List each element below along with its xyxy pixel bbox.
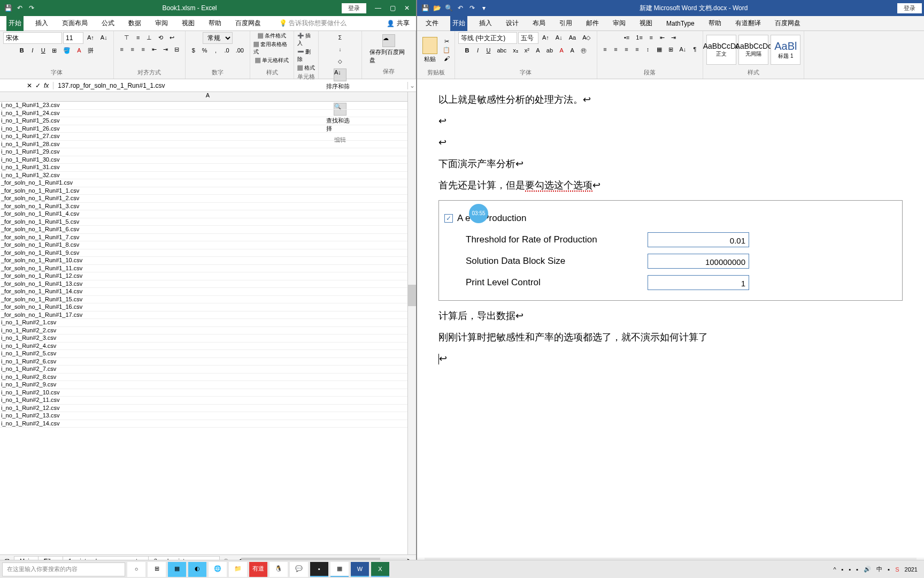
align-right-icon[interactable]: ≡ [622, 44, 632, 55]
font-color-icon[interactable]: A [74, 45, 84, 56]
baidu-save-button[interactable]: ☁保存到百度网盘 [365, 32, 412, 66]
share-button[interactable]: 👤 共享 [387, 19, 410, 28]
table-row[interactable]: i_no_1_Run#2_6.csv [0, 358, 416, 366]
fill-icon[interactable]: ↓ [335, 44, 345, 55]
tab-review[interactable]: 审阅 [611, 16, 628, 31]
redo-icon[interactable]: ↷ [468, 4, 476, 12]
expand-formula-icon[interactable]: ⌄ [407, 82, 416, 89]
tray-icon[interactable]: ▪ [849, 566, 851, 573]
tab-layout[interactable]: 页面布局 [60, 16, 90, 31]
task-view-icon[interactable]: ⊞ [148, 562, 166, 577]
tab-insert[interactable]: 插入 [477, 16, 494, 31]
table-row[interactable]: _for_soln_no_1_Run#1_6.csv [0, 226, 416, 234]
table-row[interactable]: _for_soln_no_1_Run#1_16.csv [0, 303, 416, 311]
grow-font-icon[interactable]: A↑ [540, 32, 552, 43]
table-row[interactable]: _for_soln_no_1_Run#1_13.csv [0, 280, 416, 288]
copy-icon[interactable]: 📋 [442, 46, 451, 54]
sort-icon[interactable]: A↓ [677, 44, 689, 55]
table-row[interactable]: i_no_1_Run#1_32.csv [0, 172, 416, 180]
table-row[interactable]: i_no_1_Run#1_29.csv [0, 148, 416, 156]
char-border-icon[interactable]: A [567, 45, 577, 56]
tab-help[interactable]: 帮助 [706, 16, 723, 31]
clock[interactable]: 2021 [905, 566, 918, 573]
table-row[interactable]: i_no_1_Run#1_24.csv [0, 110, 416, 118]
tab-mathtype[interactable]: MathType [664, 17, 697, 31]
line-spacing-icon[interactable]: ↕ [643, 44, 653, 55]
percent-icon[interactable]: % [199, 45, 210, 56]
table-row[interactable]: _for_soln_no_1_Run#1_11.csv [0, 265, 416, 273]
paste-button[interactable]: 粘贴 [420, 35, 440, 65]
borders-icon[interactable]: ⊞ [666, 44, 676, 55]
app-icon[interactable]: 有道 [249, 562, 267, 577]
indent-dec-icon[interactable]: ⇤ [149, 44, 159, 55]
tab-insert[interactable]: 插入 [33, 16, 50, 31]
cond-format-button[interactable]: ▦ 条件格式 [258, 32, 286, 40]
border-icon[interactable]: ⊞ [49, 45, 59, 56]
qq-icon[interactable]: 🐧 [270, 562, 288, 577]
app-icon[interactable]: ▦ [330, 562, 349, 577]
table-row[interactable]: i_no_1_Run#2_5.csv [0, 350, 416, 358]
table-row[interactable]: _for_soln_no_1_Run#1_17.csv [0, 311, 416, 320]
table-row[interactable]: _for_soln_no_1_Run#1_7.csv [0, 234, 416, 242]
numbering-icon[interactable]: 1≡ [633, 32, 645, 43]
format-painter-icon[interactable]: 🖌 [442, 55, 451, 62]
font-size-select[interactable] [63, 32, 83, 44]
tab-design[interactable]: 设计 [504, 16, 521, 31]
wechat-icon[interactable]: 💬 [290, 562, 308, 577]
save-icon[interactable]: 💾 [421, 4, 429, 12]
format-cells-button[interactable]: ▦ 格式 [297, 64, 315, 72]
bullets-icon[interactable]: •≡ [621, 32, 632, 43]
tray-chevron-icon[interactable]: ^ [833, 566, 836, 573]
table-row[interactable]: _for_soln_no_1_Run#1_1.csv [0, 187, 416, 195]
font-size-select[interactable] [518, 32, 538, 44]
excel-app-icon[interactable]: X [371, 562, 389, 577]
cancel-formula-icon[interactable]: ✕ [27, 82, 32, 89]
clear-format-icon[interactable]: A◇ [580, 32, 593, 43]
delete-cells-button[interactable]: ➖ 删除 [297, 48, 315, 63]
align-left-icon[interactable]: ≡ [600, 44, 610, 55]
cell-styles-button[interactable]: ▦ 单元格样式 [255, 57, 289, 64]
grow-font-icon[interactable]: A↑ [84, 32, 97, 43]
style-normal[interactable]: AaBbCcDd正文 [706, 35, 736, 65]
fx-icon[interactable]: fx [44, 82, 49, 89]
bold-button[interactable]: B [17, 45, 27, 56]
inc-decimal-icon[interactable]: .0 [221, 45, 232, 56]
indent-dec-icon[interactable]: ⇤ [657, 32, 667, 43]
align-bottom-icon[interactable]: ⊥ [144, 32, 155, 43]
text-effects-icon[interactable]: A [533, 45, 543, 56]
tab-data[interactable]: 数据 [126, 16, 143, 31]
align-middle-icon[interactable]: ≡ [133, 32, 143, 43]
autosum-icon[interactable]: Σ [335, 32, 345, 43]
table-row[interactable]: _for_soln_no_1_Run#1_10.csv [0, 257, 416, 265]
open-icon[interactable]: 📂 [433, 4, 441, 12]
wrap-text-icon[interactable]: ↩ [167, 32, 177, 43]
align-center-icon[interactable]: ≡ [611, 44, 621, 55]
align-right-icon[interactable]: ≡ [138, 44, 148, 55]
cmd-icon[interactable]: ▪ [310, 562, 328, 577]
word-login-button[interactable]: 登录 [897, 3, 922, 13]
table-row[interactable]: i_no_1_Run#1_23.csv [0, 102, 416, 110]
redo-icon[interactable]: ↷ [28, 4, 35, 12]
table-row[interactable]: i_no_1_Run#2_1.csv [0, 319, 416, 327]
dec-decimal-icon[interactable]: .00 [233, 45, 247, 56]
cortana-icon[interactable]: ○ [127, 562, 145, 577]
tab-baidu[interactable]: 百度网盘 [773, 16, 803, 31]
tray-icon[interactable]: S [895, 566, 899, 573]
fill-color-icon[interactable]: 🪣 [60, 45, 73, 56]
align-left-icon[interactable]: ≡ [117, 44, 127, 55]
underline-button[interactable]: U [38, 45, 48, 56]
table-row[interactable]: i_no_1_Run#2_2.csv [0, 327, 416, 335]
align-top-icon[interactable]: ⊤ [121, 32, 132, 43]
font-name-select[interactable] [458, 32, 517, 44]
tab-formulas[interactable]: 公式 [99, 16, 117, 31]
underline-button[interactable]: U [483, 45, 493, 56]
close-icon[interactable]: ✕ [404, 4, 410, 12]
superscript-icon[interactable]: x² [522, 45, 532, 56]
shading-icon[interactable]: ▦ [654, 44, 665, 55]
table-row[interactable]: i_no_1_Run#2_12.csv [0, 405, 416, 413]
italic-button[interactable]: I [28, 45, 37, 56]
edge-icon[interactable]: 🌐 [209, 562, 227, 577]
table-row[interactable]: i_no_1_Run#2_14.csv [0, 420, 416, 428]
font-color-icon[interactable]: A [557, 45, 566, 56]
cell-area[interactable]: i_no_1_Run#1_23.csvi_no_1_Run#1_24.csvi_… [0, 102, 416, 554]
